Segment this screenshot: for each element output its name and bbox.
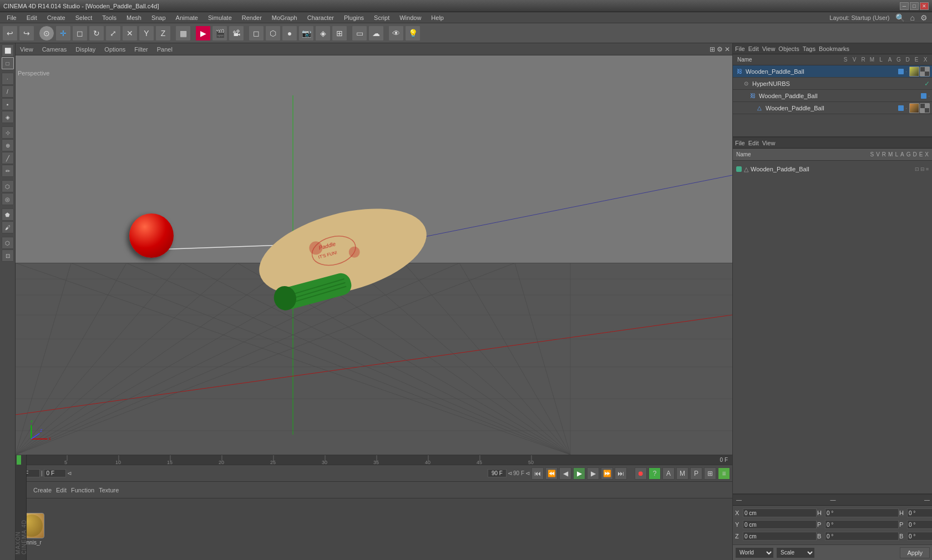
goto-start-button[interactable]: ⏮ [531,467,544,480]
header-search-icon[interactable]: 🔍 [893,13,907,22]
lt-polygon-pen[interactable]: ✏ [2,165,14,177]
coord-p-input[interactable] [825,520,899,529]
menu-edit[interactable]: Edit [22,13,42,22]
menu-animate[interactable]: Animate [171,13,202,22]
mat-menu-create[interactable]: Create [33,487,52,493]
maximize-button[interactable]: □ [910,2,919,10]
menu-tools[interactable]: Tools [98,13,121,22]
frame-input[interactable]: 0 F [44,469,66,477]
goto-end-button[interactable]: ⏭ [615,467,627,480]
lt-soft-selection[interactable]: ◎ [2,193,14,205]
lamp-button[interactable]: 💡 [405,26,421,41]
deform-button[interactable]: ◈ [315,26,331,41]
om-row-hypernurbs[interactable]: ⊙ HyperNURBS ✓ [733,78,932,90]
vp-menu-view[interactable]: View [18,45,36,54]
lt-uvw-mode[interactable]: ◈ [2,111,14,123]
coord-system-select[interactable]: World Object Screen [735,547,774,558]
attr-menu-edit[interactable]: Edit [748,140,759,146]
render-settings-button[interactable]: 🎬 [212,26,227,41]
floor-button[interactable]: ▭ [352,26,367,41]
lt-point-mode[interactable]: · [2,73,14,85]
stereo-button[interactable]: 👁 [388,26,404,41]
om-menu-file[interactable]: File [735,45,745,52]
menu-script[interactable]: Script [369,13,394,22]
menu-simulate[interactable]: Simulate [204,13,236,22]
pose-button[interactable]: P [690,467,702,480]
help-button[interactable]: ? [649,467,661,480]
tool-x[interactable]: ✕ [122,26,138,41]
play-button[interactable]: ▶ [573,467,585,480]
render-region-button[interactable]: ▦ [175,26,191,41]
tool-z[interactable]: Z [155,26,171,41]
redo-button[interactable]: ↪ [19,26,34,41]
coord-z-input[interactable] [743,532,817,541]
render-track-button[interactable]: ≡ [718,467,730,480]
scene-button[interactable]: ⬡ [265,26,281,41]
array-button[interactable]: ⊞ [332,26,347,41]
header-home-icon[interactable]: ⌂ [908,13,917,22]
null-object-button[interactable]: ◻ [249,26,264,41]
lt-sculpt[interactable]: ⬟ [2,208,14,221]
menu-mesh[interactable]: Mesh [122,13,146,22]
vp-icon-expand[interactable]: ⊞ [710,45,715,53]
lt-poly-mode[interactable]: ▪ [2,98,14,110]
lt-snap[interactable]: ⊹ [2,126,14,139]
lt-mode1[interactable]: ⬜ [2,44,14,57]
render-button[interactable]: ▶ [195,26,211,41]
menu-select[interactable]: Select [71,13,97,22]
lt-brush[interactable]: 🖌 [2,221,14,233]
end-frame-input[interactable]: 90 F [488,469,506,477]
lt-axis[interactable]: ⊕ [2,139,14,151]
vp-icon-close[interactable]: ✕ [725,45,730,53]
coord-b-input[interactable] [825,532,899,541]
step-back-button[interactable]: ◀ [559,467,571,480]
om-menu-edit[interactable]: Edit [748,45,759,52]
vp-menu-options[interactable]: Options [102,45,128,54]
autokey-button[interactable]: A [662,467,675,480]
scale-button[interactable]: ⤢ [105,26,121,41]
record-button[interactable]: ⏺ [635,467,647,480]
om-menu-tags[interactable]: Tags [803,45,816,52]
vp-menu-display[interactable]: Display [73,45,98,54]
vp-menu-filter[interactable]: Filter [132,45,150,54]
undo-button[interactable]: ↩ [2,26,18,41]
om-row-paddle-outer[interactable]: ⛓ Wooden_Paddle_Ball · [733,90,932,102]
play-fwd-button[interactable]: ⏩ [601,467,613,480]
mat-menu-texture[interactable]: Texture [99,487,119,493]
menu-render[interactable]: Render [237,13,266,22]
motion-button[interactable]: M [676,467,688,480]
om-menu-bookmarks[interactable]: Bookmarks [819,45,849,52]
coord-sy-input[interactable] [907,520,932,529]
apply-button[interactable]: Apply [900,547,930,558]
sky-button[interactable]: ☁ [368,26,384,41]
om-menu-objects[interactable]: Objects [778,45,799,52]
mat-menu-function[interactable]: Function [71,487,94,493]
attr-menu-view[interactable]: View [762,140,776,146]
vp-icon-settings[interactable]: ⚙ [717,45,723,53]
om-menu-view[interactable]: View [762,45,776,52]
render-active-button[interactable]: 📽 [229,26,244,41]
header-settings-icon[interactable]: ⚙ [918,13,930,22]
menu-plugins[interactable]: Plugins [340,13,368,22]
tool-y[interactable]: Y [139,26,154,41]
lt-uvw2[interactable]: ⊡ [2,250,14,262]
coord-x-input[interactable] [743,508,817,517]
lt-edge-mode[interactable]: / [2,85,14,98]
close-button[interactable]: ✕ [920,2,929,10]
menu-window[interactable]: Window [395,13,426,22]
play-back-button[interactable]: ⏪ [545,467,558,480]
menu-snap[interactable]: Snap [147,13,170,22]
lt-knife[interactable]: ╱ [2,152,14,164]
vp-menu-panel[interactable]: Panel [155,45,175,54]
mat-menu-edit[interactable]: Edit [56,487,67,493]
coord-sz-input[interactable] [907,532,932,541]
rotate-button[interactable]: ↻ [89,26,104,41]
menu-create[interactable]: Create [43,13,70,22]
camera-button[interactable]: 📷 [298,26,314,41]
minimize-button[interactable]: ─ [900,2,909,10]
coord-y-input[interactable] [743,520,817,529]
step-fwd-button[interactable]: ▶ [587,467,599,480]
lt-mode2[interactable]: □ [2,57,14,69]
om-row-root[interactable]: ⛓ Wooden_Paddle_Ball · [733,65,932,78]
menu-mograph[interactable]: MoGraph [267,13,302,22]
